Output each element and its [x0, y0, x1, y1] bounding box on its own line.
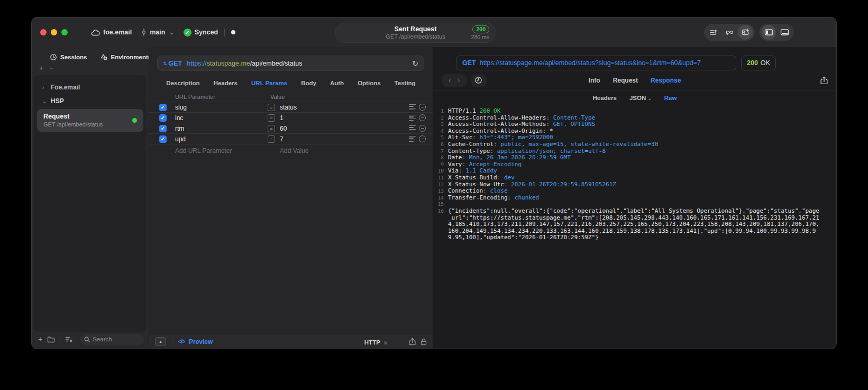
new-folder-icon[interactable]	[47, 336, 55, 343]
minimize-window-button[interactable]	[51, 29, 57, 35]
toggle-sidebar-button[interactable]	[761, 25, 776, 40]
param-value[interactable]: status	[280, 104, 297, 111]
request-panel-footer: ▲ </> Preview HTTP ⇅	[149, 334, 433, 349]
tab-environments-label: Environments	[111, 54, 152, 60]
http-version-select[interactable]: HTTP ⇅	[364, 337, 387, 347]
sidebar-add-remove: + −	[39, 64, 149, 72]
tree-group-hsp[interactable]: ⌄ HSP	[34, 94, 147, 108]
sync-status-label: Synced	[195, 29, 218, 36]
flow-button[interactable]	[722, 25, 737, 40]
tab-response[interactable]: Response	[651, 77, 681, 84]
param-name[interactable]: slug	[175, 104, 268, 111]
add-value-button[interactable]: Add Value	[280, 147, 309, 155]
param-enabled-checkbox[interactable]: ✓	[159, 114, 167, 122]
send-receive-icon	[741, 28, 750, 37]
request-url[interactable]: https://statuspage.me/api/embed/status	[187, 60, 302, 67]
param-value[interactable]: 60	[280, 125, 287, 132]
workspace-switcher[interactable]: foe.email	[91, 29, 132, 36]
row-options-icon[interactable]	[409, 136, 416, 142]
line-number: 1	[436, 108, 444, 115]
tab-auth[interactable]: Auth	[330, 80, 344, 86]
tab-testing[interactable]: Testing	[395, 80, 416, 86]
resend-request-icon[interactable]: ↻	[412, 59, 418, 68]
row-options-icon[interactable]	[409, 125, 416, 132]
workspace-name: foe.email	[103, 29, 132, 36]
remove-param-icon[interactable]	[419, 114, 426, 121]
sync-status[interactable]: ✓ Synced	[184, 29, 218, 37]
desktop: foe.email main ⌄ ✓ Synced Sent Request	[0, 0, 868, 390]
expand-panel-button[interactable]: ▲	[155, 337, 166, 346]
subtab-json-label: JSON	[629, 95, 646, 101]
chevron-down-icon: ⌄	[42, 98, 47, 104]
view-actions-group	[704, 24, 755, 41]
response-url: https://statuspage.me/api/embed/status?s…	[480, 59, 701, 67]
toggle-bottom-panel-button[interactable]	[777, 25, 792, 40]
share-icon[interactable]	[409, 338, 416, 346]
new-request-button[interactable]: +	[38, 335, 42, 343]
export-response-icon[interactable]	[820, 76, 828, 85]
branch-switcher[interactable]: main ⌄	[141, 28, 174, 37]
zoom-window-button[interactable]	[61, 29, 68, 35]
url-params-table: URL Parameter Value ✓ slug = status	[149, 92, 433, 157]
row-options-icon[interactable]	[409, 115, 416, 121]
footer-divider	[172, 338, 172, 346]
request-order-button[interactable]	[706, 25, 721, 40]
param-enabled-checkbox[interactable]: ✓	[159, 104, 167, 111]
request-status-pill[interactable]: Sent Request GET /api/embed/status 200 2…	[335, 23, 496, 43]
tab-url-params[interactable]: URL Params	[251, 80, 287, 86]
tab-options[interactable]: Options	[358, 80, 380, 86]
param-value[interactable]: 7	[280, 135, 284, 143]
tab-body[interactable]: Body	[301, 80, 316, 86]
line-number: 4	[436, 128, 444, 135]
method-sort-icon: ⇅	[163, 61, 167, 66]
response-panel: GET https://statuspage.me/api/embed/stat…	[433, 47, 836, 349]
response-raw[interactable]: 1HTTP/1.1 200 OK2Access-Control-Allow-He…	[433, 105, 836, 349]
add-item-button[interactable]: +	[39, 64, 43, 72]
tab-headers[interactable]: Headers	[214, 80, 237, 86]
tab-sessions[interactable]: Sessions	[50, 53, 87, 61]
request-panel: ⇅ GET https://statuspage.me/api/embed/st…	[149, 47, 433, 349]
tab-environments[interactable]: Environments	[100, 53, 152, 61]
request-method[interactable]: GET	[169, 60, 182, 67]
sort-filter-icon[interactable]	[65, 336, 73, 342]
transactions-button[interactable]	[738, 25, 753, 40]
remove-param-icon[interactable]	[419, 135, 426, 142]
response-status-text: OK	[761, 59, 770, 67]
forward-icon[interactable]: ›	[456, 76, 461, 84]
preview-button[interactable]: Preview	[189, 338, 213, 346]
tree-group-foe-email[interactable]: › Foe.email	[34, 80, 147, 94]
subtab-headers[interactable]: Headers	[593, 95, 617, 101]
back-icon[interactable]: ‹	[447, 76, 452, 84]
param-value[interactable]: 1	[280, 114, 284, 122]
tab-info[interactable]: Info	[589, 77, 600, 84]
remove-item-button[interactable]: −	[50, 64, 54, 72]
param-name[interactable]: inc	[175, 114, 268, 122]
request-list-item-selected[interactable]: Request GET /api/embed/status	[37, 109, 143, 132]
response-url-row: GET https://statuspage.me/api/embed/stat…	[456, 56, 829, 70]
line-text: Transfer-Encoding: chunked	[448, 195, 836, 202]
close-window-button[interactable]	[40, 29, 47, 35]
param-name[interactable]: upd	[175, 135, 268, 143]
add-url-parameter-button[interactable]: Add URL Parameter	[175, 147, 280, 155]
param-enabled-checkbox[interactable]: ✓	[159, 135, 167, 143]
sidebar-search-input[interactable]: Search	[80, 334, 144, 345]
line-text: {"incidents":null,"overall":{"code":"ope…	[448, 208, 836, 241]
lock-icon[interactable]	[421, 338, 427, 346]
status-code-badge: 200	[472, 25, 489, 33]
remove-param-icon[interactable]	[419, 125, 426, 132]
param-enabled-checkbox[interactable]: ✓	[159, 125, 167, 132]
window-controls	[40, 29, 68, 35]
param-row-rtm: ✓ rtm = 60	[149, 123, 433, 133]
tab-request[interactable]: Request	[613, 77, 638, 84]
app-window: foe.email main ⌄ ✓ Synced Sent Request	[31, 17, 837, 349]
param-name[interactable]: rtm	[175, 125, 268, 132]
subtab-raw[interactable]: Raw	[664, 95, 677, 101]
row-options-icon[interactable]	[409, 104, 416, 111]
remove-param-icon[interactable]	[419, 104, 426, 111]
sent-request-url-box[interactable]: GET https://statuspage.me/api/embed/stat…	[456, 56, 736, 70]
tab-description[interactable]: Description	[166, 80, 199, 86]
add-param-row: Add URL Parameter Add Value	[149, 144, 433, 157]
subtab-json[interactable]: JSON⌄	[629, 95, 652, 101]
history-button[interactable]	[470, 74, 487, 87]
request-url-bar[interactable]: ⇅ GET https://statuspage.me/api/embed/st…	[157, 56, 424, 71]
